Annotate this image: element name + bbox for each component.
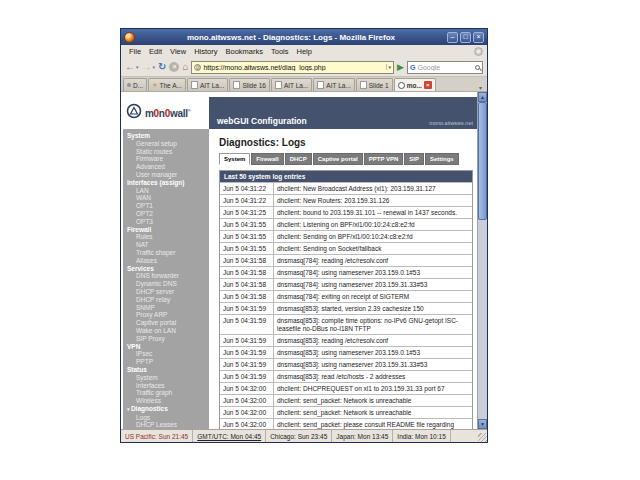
sidebar-item[interactable]: ▾ Interfaces (assign) — [123, 179, 209, 187]
sidebar-item[interactable]: ▾ Captive portal — [123, 319, 209, 327]
log-category-tab[interactable]: SIP — [404, 153, 424, 165]
scrollbar-thumb[interactable] — [478, 102, 487, 220]
sidebar-item[interactable]: ▾ LAN — [123, 187, 209, 195]
close-button[interactable]: × — [473, 32, 484, 43]
tab-overflow-button[interactable]: ▾ — [476, 84, 485, 91]
sidebar-item[interactable]: ▾ Traffic graph — [123, 389, 209, 397]
log-timestamp: Jun 5 04:31:25 — [220, 207, 274, 218]
tab-favicon — [152, 82, 157, 88]
sidebar-item[interactable]: ▾ Interfaces — [123, 382, 209, 390]
sidebar-item[interactable]: ▾ SIP Proxy — [123, 335, 209, 343]
vertical-scrollbar[interactable]: ▲ ▼ — [477, 92, 487, 429]
sidebar-item[interactable]: ▾ System — [123, 132, 209, 140]
menu-item[interactable]: Help — [293, 47, 316, 56]
url-bar[interactable]: @ https://mono.aitwsws.net/diag_logs.php… — [191, 61, 394, 74]
navigation-toolbar: ←▾ →▾ ↻ × ⌂ @ https://mono.aitwsws.net/d… — [121, 58, 487, 77]
tab-close-button[interactable]: × — [424, 81, 432, 89]
browser-tab[interactable]: mo... × — [394, 78, 436, 91]
log-timestamp: Jun 5 04:31:59 — [220, 347, 274, 358]
log-category-tab[interactable]: PPTP VPN — [364, 153, 404, 165]
sidebar-item[interactable]: ▾ DHCP Leases — [123, 421, 209, 429]
sidebar-item[interactable]: ▾ PPTP — [123, 358, 209, 366]
log-category-tab[interactable]: Settings — [425, 153, 459, 165]
sidebar-item[interactable]: ▾ Static routes — [123, 148, 209, 156]
log-category-tab[interactable]: DHCP — [285, 153, 312, 165]
sidebar-item[interactable]: ▾ Advanced — [123, 163, 209, 171]
sidebar-item[interactable]: ▾ Wake on LAN — [123, 327, 209, 335]
browser-tab[interactable]: Slide 1 — [356, 78, 393, 91]
sidebar-item[interactable]: ▾ Proxy ARP — [123, 311, 209, 319]
forward-dropdown-icon[interactable]: ▾ — [153, 64, 156, 70]
scroll-down-button[interactable]: ▼ — [478, 419, 487, 429]
sidebar-item-label: Firewall — [127, 226, 151, 233]
log-message: dhclient: Listening on BPF/xl1/00:10:24:… — [274, 219, 472, 230]
browser-tab[interactable]: AIT La... — [187, 78, 228, 91]
minimize-button[interactable]: – — [447, 32, 458, 43]
sidebar-item[interactable]: ▾ Rules — [123, 233, 209, 241]
reload-button[interactable]: ↻ — [158, 62, 166, 72]
browser-tab[interactable]: The A... — [148, 78, 186, 91]
stop-button[interactable]: × — [169, 62, 179, 72]
sidebar-item[interactable]: ▾ Diagnostics — [123, 405, 209, 414]
scroll-up-button[interactable]: ▲ — [478, 92, 487, 102]
log-row: Jun 5 04:32:00 dhclient: send_packet: Ne… — [220, 406, 472, 418]
back-dropdown-icon[interactable]: ▾ — [136, 64, 139, 70]
home-button[interactable]: ⌂ — [182, 62, 188, 72]
sidebar-item[interactable]: ▾ IPsec — [123, 350, 209, 358]
menu-item[interactable]: Tools — [267, 47, 293, 56]
sidebar-item[interactable]: ▾ Firmware — [123, 155, 209, 163]
sidebar-item[interactable]: ▾ Logs — [123, 414, 209, 422]
sidebar-item[interactable]: ▾ Firewall — [123, 226, 209, 234]
sidebar-item[interactable]: ▾ DNS forwarder — [123, 272, 209, 280]
log-message: dnsmasq[853]: using nameserver 203.159.3… — [274, 359, 472, 370]
menu-item[interactable]: File — [125, 47, 145, 56]
sidebar-item[interactable]: ▾ Services — [123, 265, 209, 273]
sidebar-item[interactable]: ▾ OPT2 — [123, 210, 209, 218]
log-row: Jun 5 04:31:55 dhclient: Sending on BPF/… — [220, 230, 472, 242]
back-button[interactable]: ← — [125, 62, 135, 72]
menu-item[interactable]: History — [190, 47, 221, 56]
sidebar-item[interactable]: ▾ Dynamic DNS — [123, 280, 209, 288]
log-timestamp: Jun 5 04:31:58 — [220, 291, 274, 302]
go-button[interactable]: ▶ — [397, 62, 404, 72]
sidebar-item[interactable]: ▾ OPT3 — [123, 218, 209, 226]
search-box[interactable]: G Google — [407, 61, 483, 74]
browser-tab[interactable]: AIT La... — [271, 78, 312, 91]
menu-item[interactable]: Edit — [145, 47, 166, 56]
log-category-tab[interactable]: Captive portal — [313, 153, 363, 165]
search-icon[interactable] — [475, 65, 480, 70]
webgui-header-bar: webGUI Configuration mono.aitwsws.net — [209, 97, 477, 129]
log-row: Jun 5 04:31:58 dnsmasq[784]: reading /et… — [220, 254, 472, 266]
browser-tab[interactable]: AIT La... — [313, 78, 354, 91]
url-input[interactable]: https://mono.aitwsws.net/diag_logs.php — [203, 64, 383, 71]
sidebar-item[interactable]: ▾ System — [123, 374, 209, 382]
sidebar-item[interactable]: ▾ OPT1 — [123, 202, 209, 210]
resize-grip[interactable] — [478, 433, 487, 442]
log-category-tab[interactable]: Firewall — [251, 153, 283, 165]
forward-button[interactable]: → — [142, 62, 152, 72]
menu-item[interactable]: Bookmarks — [222, 47, 268, 56]
browser-tab[interactable]: D... — [123, 78, 147, 91]
log-category-tab[interactable]: System — [219, 153, 250, 165]
sidebar-item[interactable]: ▾ VPN — [123, 343, 209, 351]
url-history-dropdown-icon[interactable]: ▾ — [386, 64, 392, 70]
sidebar-item[interactable]: ▾ Status — [123, 366, 209, 374]
sidebar-item-label: Wake on LAN — [136, 327, 176, 334]
sidebar-item[interactable]: ▾ Traffic shaper — [123, 249, 209, 257]
sidebar-item-label: Interfaces — [136, 382, 165, 389]
sidebar-item[interactable]: ▾ DHCP server — [123, 288, 209, 296]
sidebar-item[interactable]: ▾ Wireless — [123, 397, 209, 405]
sidebar-item[interactable]: ▾ General setup — [123, 140, 209, 148]
sidebar-item[interactable]: ▾ Aliases — [123, 257, 209, 265]
menu-item[interactable]: View — [166, 47, 190, 56]
browser-tab[interactable]: Slide 16 — [229, 78, 270, 91]
sidebar-item[interactable]: ▾ NAT — [123, 241, 209, 249]
sidebar-item-label: Logs — [136, 414, 150, 421]
sidebar-item[interactable]: ▾ WAN — [123, 194, 209, 202]
search-input[interactable]: Google — [417, 64, 473, 71]
sidebar-item[interactable]: ▾ DHCP relay — [123, 296, 209, 304]
sidebar-item[interactable]: ▾ SNMP — [123, 304, 209, 312]
window-titlebar[interactable]: mono.aitwsws.net - Diagnostics: Logs - M… — [121, 29, 487, 45]
maximize-button[interactable]: □ — [460, 32, 471, 43]
sidebar-item[interactable]: ▾ User manager — [123, 171, 209, 179]
